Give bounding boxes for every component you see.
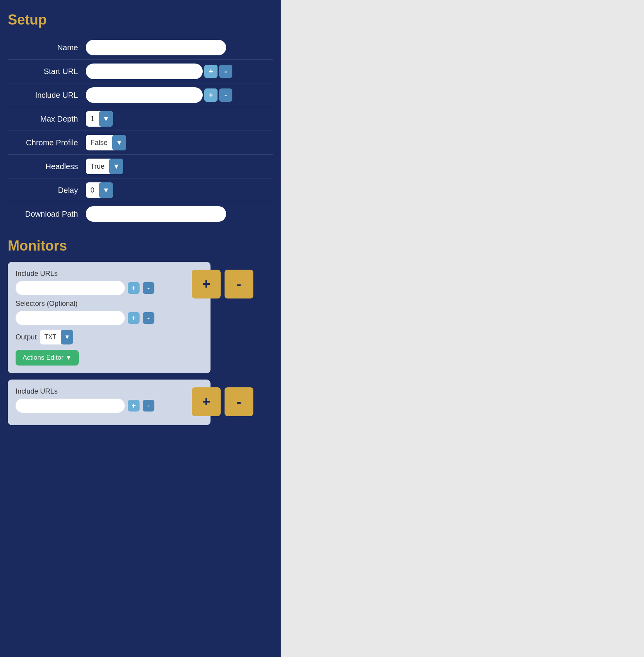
monitor-1-include-urls-input[interactable] [16, 281, 125, 295]
chrome-profile-row: Chrome Profile False ▼ [8, 131, 273, 155]
chrome-profile-value: False [86, 139, 112, 147]
monitor-1-big-remove-button[interactable]: - [225, 270, 253, 298]
chrome-profile-label: Chrome Profile [8, 138, 86, 147]
monitors-section: Monitors Include URLs + - Selectors (Opt… [8, 238, 273, 431]
chrome-profile-arrow[interactable]: ▼ [112, 135, 126, 150]
monitor-1-selectors-remove-button[interactable]: - [143, 312, 154, 324]
monitor-1-big-add-button[interactable]: + [192, 270, 221, 298]
start-url-row: Start URL + - [8, 60, 273, 83]
include-url-remove-button[interactable]: - [219, 88, 232, 102]
max-depth-value: 1 [86, 115, 99, 123]
start-url-group: + - [86, 64, 232, 79]
monitor-1-output-value: TXT [40, 334, 61, 341]
monitor-1-selectors-row: + - [16, 311, 203, 325]
headless-arrow[interactable]: ▼ [109, 159, 123, 174]
monitor-2-include-urls-add-button[interactable]: + [128, 400, 140, 412]
monitor-1-include-urls-row: + - [16, 281, 203, 295]
include-url-add-button[interactable]: + [204, 88, 218, 102]
monitor-2-big-remove-button[interactable]: - [225, 387, 253, 416]
delay-label: Delay [8, 186, 86, 195]
monitor-1-selectors-add-button[interactable]: + [128, 312, 140, 324]
monitor-1-include-urls-label: Include URLs [16, 270, 203, 278]
start-url-remove-button[interactable]: - [219, 65, 232, 78]
monitor-card-1: Include URLs + - Selectors (Optional) + … [8, 262, 211, 373]
chrome-profile-select[interactable]: False ▼ [86, 135, 126, 150]
monitor-2-include-urls-row: + - [16, 399, 203, 413]
monitors-title: Monitors [8, 238, 273, 254]
monitor-1-action-buttons: + - [192, 270, 253, 298]
start-url-add-button[interactable]: + [204, 65, 218, 78]
monitor-card-1-wrapper: Include URLs + - Selectors (Optional) + … [8, 262, 211, 380]
monitor-1-output-row: Output TXT ▼ [16, 330, 203, 344]
headless-select[interactable]: True ▼ [86, 159, 123, 174]
max-depth-label: Max Depth [8, 115, 86, 124]
include-url-label: Include URL [8, 91, 86, 100]
monitor-1-include-urls-add-button[interactable]: + [128, 282, 140, 294]
monitor-2-action-buttons: + - [192, 387, 253, 416]
monitor-2-include-urls-remove-button[interactable]: - [143, 400, 154, 412]
headless-value: True [86, 162, 109, 171]
include-url-group: + - [86, 87, 232, 103]
name-label: Name [8, 43, 86, 52]
delay-value: 0 [86, 186, 99, 194]
max-depth-select[interactable]: 1 ▼ [86, 111, 113, 127]
monitor-1-output-select[interactable]: TXT ▼ [40, 330, 73, 344]
monitor-2-include-urls-label: Include URLs [16, 387, 203, 396]
name-row: Name [8, 36, 273, 60]
download-path-label: Download Path [8, 210, 86, 219]
download-path-input[interactable] [86, 206, 226, 222]
max-depth-arrow[interactable]: ▼ [99, 111, 113, 127]
setup-title: Setup [8, 12, 273, 28]
include-url-row: Include URL + - [8, 83, 273, 107]
delay-row: Delay 0 ▼ [8, 178, 273, 202]
delay-select[interactable]: 0 ▼ [86, 182, 113, 198]
monitor-card-2-wrapper: Include URLs + - + - [8, 380, 211, 431]
monitor-card-2: Include URLs + - [8, 380, 211, 425]
actions-editor-button[interactable]: Actions Editor ▼ [16, 350, 79, 366]
delay-arrow[interactable]: ▼ [99, 182, 113, 198]
headless-row: Headless True ▼ [8, 155, 273, 178]
setup-section: Setup Name Start URL + - Include URL + - [8, 12, 273, 226]
headless-label: Headless [8, 162, 86, 171]
monitor-2-include-urls-input[interactable] [16, 399, 125, 413]
download-path-row: Download Path [8, 202, 273, 226]
include-url-input[interactable] [86, 87, 203, 103]
monitor-1-output-arrow[interactable]: ▼ [61, 330, 73, 344]
right-panel [281, 0, 644, 657]
name-input[interactable] [86, 40, 226, 55]
monitor-1-output-label: Output [16, 333, 37, 341]
max-depth-row: Max Depth 1 ▼ [8, 107, 273, 131]
start-url-input[interactable] [86, 64, 203, 79]
monitor-1-selectors-label: Selectors (Optional) [16, 300, 203, 308]
monitor-1-include-urls-remove-button[interactable]: - [143, 282, 154, 294]
monitor-2-big-add-button[interactable]: + [192, 387, 221, 416]
start-url-label: Start URL [8, 67, 86, 76]
left-panel: Setup Name Start URL + - Include URL + - [0, 0, 281, 657]
monitor-1-selectors-input[interactable] [16, 311, 125, 325]
